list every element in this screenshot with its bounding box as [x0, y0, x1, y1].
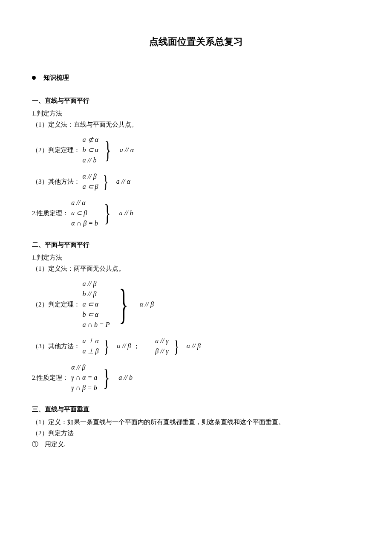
sec1-p1-3-label: （3）其他方法： — [32, 176, 80, 187]
premise: a // γ — [155, 336, 168, 346]
conclusion: α // β — [117, 341, 131, 352]
right-brace-icon: } — [104, 138, 111, 162]
page-title: 点线面位置关系总复习 — [32, 34, 360, 49]
sec1-other-3: （3）其他方法： α // β a ⊂ β } a // α — [32, 171, 360, 192]
premise: γ ∩ α = a — [71, 373, 97, 383]
conclusion: α // β — [187, 341, 201, 352]
premise: γ ∩ β = b — [71, 383, 97, 393]
premise: α // β — [71, 362, 97, 373]
sec3-p3: ① 用定义. — [32, 439, 360, 449]
sec3-p2: （2）判定方法 — [32, 428, 360, 438]
sec2-p1-2-label: （2）判定定理： — [32, 299, 80, 309]
knowledge-header: 知识梳理 — [32, 72, 360, 83]
premise: a ⊂ α — [83, 299, 110, 309]
premise: β // γ — [155, 346, 168, 356]
section-1-heading: 一、直线与平面平行 — [32, 95, 360, 106]
right-brace-icon: } — [119, 283, 128, 326]
premise: a // b — [83, 155, 98, 165]
conclusion: a // α — [120, 145, 134, 156]
premise-stack: a ⊥ α a ⊥ β — [83, 336, 101, 356]
premise: α ∩ β = b — [71, 218, 98, 228]
premise: a ⊄ α — [83, 135, 98, 145]
conclusion: a // α — [116, 176, 130, 187]
section-2-heading: 二、平面与平面平行 — [32, 240, 360, 250]
sec1-p2-label: 2.性质定理： — [32, 208, 69, 218]
sec2-p1-1: （1）定义法：两平面无公共点。 — [32, 263, 360, 274]
sec2-property: 2.性质定理： α // β γ ∩ α = a γ ∩ β = b } a /… — [32, 362, 360, 393]
sec1-p1-2-label: （2）判定定理： — [32, 145, 80, 155]
right-brace-icon: } — [104, 201, 110, 225]
premise: α // β — [83, 171, 98, 182]
premise: b ⊂ α — [83, 309, 110, 320]
bullet-icon — [32, 76, 36, 80]
premise: a // α — [71, 198, 98, 208]
right-brace-icon: } — [104, 337, 109, 355]
conclusion: a // b — [118, 372, 133, 383]
premise-stack: α // β γ ∩ α = a γ ∩ β = b — [71, 362, 99, 393]
sec3-p1: （1）定义：如果一条直线与一个平面内的所有直线都垂直，则这条直线和这个平面垂直。 — [32, 417, 360, 427]
premise: a ⊥ α — [83, 336, 99, 346]
premise-stack: a ⊄ α b ⊂ α a // b — [83, 135, 100, 165]
sec2-p2-label: 2.性质定理： — [32, 373, 69, 383]
sec1-p1-1: （1）定义法：直线与平面无公共点。 — [32, 119, 360, 130]
sec2-p1: 1.判定方法 — [32, 252, 360, 263]
right-brace-icon: } — [104, 365, 110, 390]
sec1-property: 2.性质定理： a // α a ⊂ β α ∩ β = b } a // b — [32, 198, 360, 228]
right-brace-icon: } — [174, 337, 179, 355]
conclusion: α // β — [140, 299, 154, 310]
sec2-other-3: （3）其他方法： a ⊥ α a ⊥ β } α // β ； a // γ β… — [32, 336, 360, 356]
premise-stack: a // γ β // γ — [155, 336, 170, 356]
premise: a ⊥ β — [83, 346, 99, 356]
sec1-p1: 1.判定方法 — [32, 108, 360, 119]
knowledge-label: 知识梳理 — [43, 72, 69, 83]
conclusion: a // b — [119, 208, 133, 219]
premise-stack: α // β a ⊂ β — [83, 171, 100, 192]
premise: a ⊂ β — [83, 182, 98, 192]
section-3-heading: 三、直线与平面垂直 — [32, 404, 360, 414]
premise: b ⊂ α — [83, 145, 98, 155]
separator: ； — [133, 341, 140, 351]
sec1-theorem-2: （2）判定定理： a ⊄ α b ⊂ α a // b } a // α — [32, 135, 360, 165]
premise-stack: a // β b // β a ⊂ α b ⊂ α a ∩ b = P — [83, 279, 112, 330]
sec2-theorem-2: （2）判定定理： a // β b // β a ⊂ α b ⊂ α a ∩ b… — [32, 279, 360, 330]
premise: a ∩ b = P — [83, 320, 110, 330]
sec2-p1-3-label: （3）其他方法： — [32, 341, 80, 351]
premise: b // β — [83, 289, 110, 299]
right-brace-icon: } — [104, 173, 109, 191]
premise: a // β — [83, 279, 110, 289]
premise-stack: a // α a ⊂ β α ∩ β = b — [71, 198, 100, 228]
premise: a ⊂ β — [71, 208, 98, 218]
